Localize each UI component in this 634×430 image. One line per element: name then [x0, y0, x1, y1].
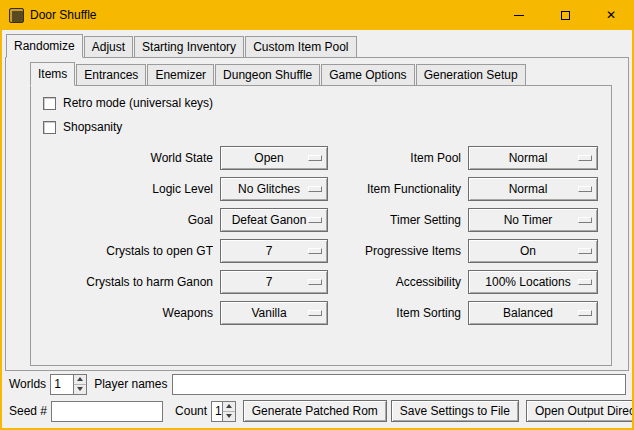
tab-dungeon-shuffle[interactable]: Dungeon Shuffle [215, 64, 320, 86]
spin-up-button[interactable] [74, 375, 86, 385]
crystals-ganon-dropdown[interactable]: 7 [220, 270, 328, 294]
dropdown-indicator-icon [308, 155, 322, 161]
dropdown-value: 7 [266, 244, 283, 258]
spin-down-button[interactable] [223, 412, 235, 421]
crystals-gt-dropdown[interactable]: 7 [220, 239, 328, 263]
maximize-icon [561, 11, 570, 20]
tab-entrances[interactable]: Entrances [76, 64, 146, 86]
dropdown-value: Normal [509, 182, 558, 196]
spin-down-icon [226, 414, 232, 418]
dropdown-indicator-icon [578, 186, 592, 192]
dropdown-indicator-icon [578, 279, 592, 285]
fields-grid: World State Open Item Pool Normal Logic … [41, 146, 611, 325]
item-pool-dropdown[interactable]: Normal [468, 146, 598, 170]
seed-row: Seed # Count 1 Generate Patched Rom Save… [9, 400, 626, 422]
weapons-dropdown[interactable]: Vanilla [220, 301, 328, 325]
dropdown-value: Defeat Ganon [232, 213, 317, 227]
spin-up-icon [77, 377, 83, 381]
open-output-directory-button[interactable]: Open Output Directory [526, 400, 632, 422]
main-tab-bar: Randomize Adjust Starting Inventory Cust… [2, 30, 632, 58]
accessibility-label: Accessibility [335, 275, 461, 289]
tab-enemizer[interactable]: Enemizer [147, 64, 214, 86]
shopsanity-label: Shopsanity [63, 120, 122, 134]
spin-down-icon [77, 387, 83, 391]
dropdown-indicator-icon [578, 155, 592, 161]
logic-level-dropdown[interactable]: No Glitches [220, 177, 328, 201]
progressive-items-dropdown[interactable]: On [468, 239, 598, 263]
timer-setting-label: Timer Setting [335, 213, 461, 227]
tab-items[interactable]: Items [30, 62, 75, 86]
dropdown-indicator-icon [578, 217, 592, 223]
close-icon: ✕ [606, 9, 616, 21]
timer-setting-dropdown[interactable]: No Timer [468, 208, 598, 232]
goal-label: Goal [41, 213, 213, 227]
retro-mode-label: Retro mode (universal keys) [63, 96, 213, 110]
tab-randomize[interactable]: Randomize [6, 34, 83, 58]
minimize-button[interactable] [496, 0, 542, 30]
randomize-pane: Items Entrances Enemizer Dungeon Shuffle… [5, 57, 629, 371]
item-functionality-label: Item Functionality [335, 182, 461, 196]
retro-mode-checkbox[interactable] [43, 97, 56, 110]
progressive-items-label: Progressive Items [335, 244, 461, 258]
dropdown-value: No Glitches [238, 182, 310, 196]
close-button[interactable]: ✕ [588, 0, 634, 30]
dropdown-value: On [520, 244, 546, 258]
worlds-value: 1 [51, 375, 73, 394]
tab-generation-setup[interactable]: Generation Setup [416, 64, 526, 86]
generate-patched-rom-button[interactable]: Generate Patched Rom [243, 400, 387, 422]
dropdown-value: Open [254, 151, 293, 165]
item-pool-label: Item Pool [335, 151, 461, 165]
world-state-dropdown[interactable]: Open [220, 146, 328, 170]
goal-dropdown[interactable]: Defeat Ganon [220, 208, 328, 232]
count-spinner[interactable]: 1 [211, 401, 236, 422]
player-names-input[interactable] [172, 374, 627, 395]
app-icon [9, 8, 24, 23]
dropdown-indicator-icon [308, 248, 322, 254]
worlds-label: Worlds [9, 377, 46, 391]
retro-mode-checkbox-row: Retro mode (universal keys) [43, 94, 611, 112]
items-pane: Retro mode (universal keys) Shopsanity W… [30, 85, 612, 366]
dropdown-value: No Timer [504, 213, 563, 227]
shopsanity-checkbox[interactable] [43, 121, 56, 134]
tab-starting-inventory[interactable]: Starting Inventory [134, 36, 244, 58]
worlds-spinner[interactable]: 1 [50, 374, 87, 395]
item-sorting-label: Item Sorting [335, 306, 461, 320]
logic-level-label: Logic Level [41, 182, 213, 196]
item-sorting-dropdown[interactable]: Balanced [468, 301, 598, 325]
seed-label: Seed # [9, 404, 47, 418]
dropdown-indicator-icon [578, 248, 592, 254]
player-names-label: Player names [94, 377, 167, 391]
dropdown-value: 100% Locations [485, 275, 580, 289]
crystals-gt-label: Crystals to open GT [41, 244, 213, 258]
client-area: Randomize Adjust Starting Inventory Cust… [2, 30, 632, 428]
dropdown-value: Vanilla [251, 306, 296, 320]
window-controls: ✕ [496, 0, 634, 30]
item-functionality-dropdown[interactable]: Normal [468, 177, 598, 201]
bottom-bar: Worlds 1 Player names Seed # Count 1 [9, 373, 626, 422]
weapons-label: Weapons [41, 306, 213, 320]
tab-game-options[interactable]: Game Options [321, 64, 414, 86]
accessibility-dropdown[interactable]: 100% Locations [468, 270, 598, 294]
seed-input[interactable] [51, 401, 163, 422]
dropdown-value: Balanced [503, 306, 563, 320]
maximize-button[interactable] [542, 0, 588, 30]
titlebar[interactable]: Door Shuffle ✕ [0, 0, 634, 30]
dropdown-indicator-icon [308, 279, 322, 285]
world-state-label: World State [41, 151, 213, 165]
save-settings-button[interactable]: Save Settings to File [391, 400, 519, 422]
dropdown-value: 7 [266, 275, 283, 289]
worlds-row: Worlds 1 Player names [9, 373, 626, 395]
tab-adjust[interactable]: Adjust [84, 36, 133, 58]
dropdown-indicator-icon [308, 217, 322, 223]
shopsanity-checkbox-row: Shopsanity [43, 118, 611, 136]
count-value: 1 [212, 402, 222, 421]
dropdown-indicator-icon [308, 186, 322, 192]
spin-down-button[interactable] [74, 385, 86, 394]
count-spinner-arrows [222, 402, 235, 421]
tab-custom-item-pool[interactable]: Custom Item Pool [245, 36, 356, 58]
spin-up-icon [226, 404, 232, 408]
app-window: Door Shuffle ✕ Randomize Adjust Starting… [0, 0, 634, 430]
worlds-spinner-arrows [73, 375, 86, 394]
minimize-icon [514, 15, 524, 16]
spin-up-button[interactable] [223, 402, 235, 412]
